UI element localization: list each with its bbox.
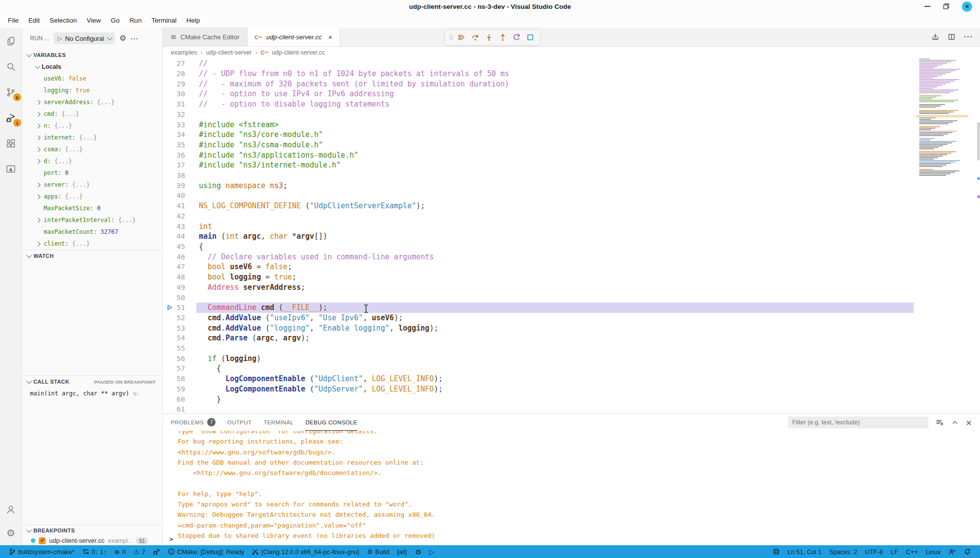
chevron-right-icon[interactable] — [36, 182, 41, 187]
step-over-button[interactable] — [469, 31, 481, 44]
panel-tab-terminal[interactable]: TERMINAL — [264, 414, 294, 431]
variable-serverAddress[interactable]: serverAddress: {...} — [22, 96, 163, 108]
code-line-53[interactable]: 53 cmd.AddValue ("logging", "Enable logg… — [163, 323, 980, 333]
breakpoints-section-header[interactable]: BREAKPOINTS — [22, 525, 163, 536]
code-line-39[interactable]: 39using namespace ns3; — [163, 180, 980, 191]
start-debugging-icon[interactable]: ▷ — [57, 35, 62, 41]
clear-console-icon[interactable] — [935, 418, 944, 426]
code-line-27[interactable]: 27// — [163, 58, 980, 69]
debug-console-content[interactable]: Type "show configuration" for configurat… — [163, 431, 980, 545]
code-line-47[interactable]: 47 bool useV6 = false; — [163, 262, 980, 272]
variable-server[interactable]: server: {...} — [22, 179, 163, 191]
status-linux[interactable]: Linux — [922, 545, 945, 558]
editor-scrollbar[interactable] — [977, 122, 980, 160]
code-line-43[interactable]: 43int — [163, 221, 980, 231]
activity-cmake[interactable] — [4, 163, 17, 175]
variable-cmd[interactable]: cmd: {...} — [22, 108, 163, 120]
code-line-40[interactable]: 40 — [163, 191, 980, 201]
code-line-48[interactable]: 48 bool logging = true; — [163, 272, 980, 282]
variable-client[interactable]: client: {...} — [22, 238, 163, 250]
status-build[interactable]: ⚙Build — [363, 545, 393, 558]
variable-maxPacketCount[interactable]: maxPacketCount: 32767 — [22, 226, 163, 238]
variable-port[interactable]: port: 0 — [22, 167, 163, 179]
code-line-45[interactable]: 45{ — [163, 242, 980, 252]
more-actions-icon[interactable]: ··· — [964, 32, 973, 41]
status-lf[interactable]: LF — [887, 545, 902, 558]
code-line-52[interactable]: 52 cmd.AddValue ("useIpv6", "Use Ipv6", … — [163, 313, 980, 323]
variable-d[interactable]: d: {...} — [22, 155, 163, 167]
debug-gear-icon[interactable]: ⚙ — [119, 34, 126, 42]
activity-search[interactable] — [4, 60, 17, 73]
chevron-right-icon[interactable] — [36, 241, 41, 246]
code-line-28[interactable]: 28// - UDP flow from n0 to n1 of 1024 by… — [163, 69, 980, 79]
status-0-1[interactable]: 0↓ 1↑ — [79, 545, 111, 558]
activity-extensions[interactable] — [4, 137, 17, 150]
console-prompt[interactable]: > — [169, 535, 173, 543]
breakpoint-checkbox[interactable]: ✓ — [39, 537, 46, 544]
activity-settings-gear[interactable]: ⚙ — [4, 527, 17, 539]
menu-view[interactable]: View — [82, 15, 106, 26]
restart-button[interactable] — [510, 31, 522, 44]
variable-logging[interactable]: logging: true — [22, 84, 163, 96]
code-line-34[interactable]: 34#include "ns3/core-module.h" — [163, 130, 980, 140]
code-line-60[interactable]: 60 } — [163, 394, 980, 404]
status-bug-icon[interactable] — [411, 545, 426, 558]
menu-edit[interactable]: Edit — [24, 15, 45, 26]
collapse-panel-icon[interactable] — [951, 418, 959, 426]
minimap[interactable] — [916, 58, 968, 414]
status-bell-icon[interactable] — [960, 545, 975, 558]
code-line-32[interactable]: 32 — [163, 110, 980, 120]
code-line-37[interactable]: 37#include "ns3/internet-module.h" — [163, 160, 980, 170]
variables-section-header[interactable]: VARIABLES — [22, 49, 163, 61]
step-out-button[interactable] — [496, 31, 509, 44]
status-0[interactable]: ⊗0 — [110, 545, 130, 558]
code-line-33[interactable]: 33#include <fstream> — [163, 119, 980, 130]
code-line-44[interactable]: 44main (int argc, char *argv[]) — [163, 231, 980, 242]
locals-group[interactable]: Locals — [22, 61, 163, 73]
continue-button[interactable] — [455, 31, 467, 44]
status-play-icon[interactable]: ▷ — [426, 545, 438, 558]
menu-go[interactable]: Go — [106, 15, 125, 26]
menu-selection[interactable]: Selection — [45, 15, 82, 26]
chevron-right-icon[interactable] — [36, 112, 41, 116]
code-line-30[interactable]: 30// - option to use IPv4 or IPv6 addres… — [163, 89, 980, 99]
minimize-icon[interactable] — [925, 6, 930, 7]
status-utf-8[interactable]: UTF-8 — [861, 545, 887, 558]
chevron-right-icon[interactable] — [36, 147, 41, 152]
split-editor-icon[interactable] — [948, 33, 955, 41]
variable-MaxPacketSize[interactable]: MaxPacketSize: 0 — [22, 202, 163, 214]
status-clang-12-0-0-x86-64-pc-linux-gnu[interactable]: [Clang 12.0.0 x86_64-pc-linux-gnu] — [248, 545, 363, 558]
debug-more-actions-icon[interactable]: ··· — [131, 35, 138, 42]
chevron-right-icon[interactable] — [36, 100, 41, 105]
code-line-38[interactable]: 38 — [163, 170, 980, 181]
status-ln-51-col-1[interactable]: Ln 51, Col 1 — [784, 545, 825, 558]
activity-explorer[interactable] — [4, 35, 17, 48]
code-line-50[interactable]: 50 — [163, 292, 980, 303]
code-line-59[interactable]: 59 LogComponentEnable ("UdpServer", LOG_… — [163, 384, 980, 394]
code-line-49[interactable]: 49 Address serverAddress; — [163, 282, 980, 292]
variable-n[interactable]: n: {...} — [22, 120, 163, 132]
status-c[interactable]: C++ — [902, 545, 922, 558]
chevron-right-icon[interactable] — [36, 123, 41, 128]
close-icon[interactable]: × — [328, 33, 332, 41]
status-cmake-debug-ready[interactable]: CMake: [Debug]: Ready — [164, 545, 248, 558]
chevron-right-icon[interactable] — [36, 159, 41, 164]
maximize-icon[interactable] — [943, 3, 949, 9]
panel-tab-problems[interactable]: PROBLEMS7 — [171, 414, 216, 431]
chevron-right-icon[interactable] — [36, 135, 41, 140]
code-line-41[interactable]: 41NS_LOG_COMPONENT_DEFINE ("UdpClientSer… — [163, 201, 980, 211]
variable-internet[interactable]: internet: {...} — [22, 132, 163, 143]
status-all[interactable]: [all] — [393, 545, 411, 558]
console-filter-input[interactable] — [788, 417, 928, 428]
activity-run-debug[interactable]: 1 — [4, 112, 17, 124]
step-into-button[interactable] — [483, 31, 495, 44]
stop-button[interactable] — [524, 31, 536, 44]
breakpoint-item[interactable]: ✓udp-client-server.ccexampl...51 — [22, 536, 163, 545]
code-line-51[interactable]: 51 CommandLine cmd (__FILE__); — [163, 303, 980, 313]
code-line-58[interactable]: 58 LogComponentEnable ("UdpClient", LOG_… — [163, 374, 980, 384]
close-panel-icon[interactable]: × — [966, 418, 972, 427]
code-line-57[interactable]: 57 { — [163, 363, 980, 374]
tab-udp-client-server-cc[interactable]: C++udp-client-server.cc× — [247, 28, 340, 46]
variable-csma[interactable]: csma: {...} — [22, 143, 163, 155]
tab-cmake-cache-editor[interactable]: ≡CMake Cache Editor — [163, 28, 247, 46]
